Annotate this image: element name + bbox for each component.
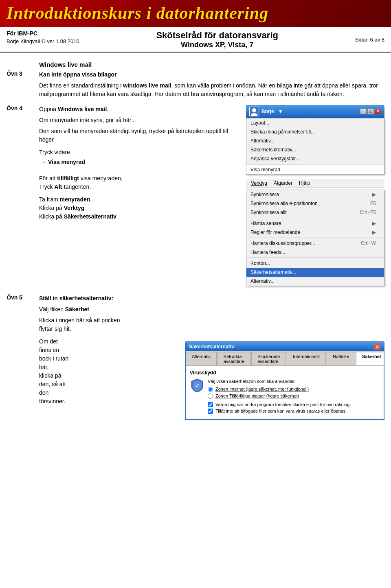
minimize-button-1[interactable]: _: [360, 109, 367, 114]
checkbox-varna-label: Varna mig när andra program försöker ski…: [215, 402, 351, 407]
tab-betrodda[interactable]: Betrodda avsändare: [217, 352, 250, 365]
exercise-4-text-col: Öppna Windows live mail. Om menyraden in…: [39, 105, 239, 223]
radio-tillforlitliga[interactable]: [208, 393, 213, 399]
sub-title: Windows XP, Vista, 7: [79, 41, 355, 49]
dialog-screenshot: Säkerhetsalternativ ✕ Alternativ Betrodd…: [185, 341, 384, 420]
menu-item-synkronisera-allt[interactable]: Synkronisera allt Ctrl+F5: [246, 208, 384, 217]
exercise-4-content: Öppna Windows live mail. Om menyraden in…: [39, 105, 384, 290]
menubar-hjalp[interactable]: Hjälp: [296, 179, 313, 187]
exercise-4-para2: Den som vill ha menyraden ständigt synli…: [39, 127, 239, 144]
tab-blockerade[interactable]: Blockerade avsändare: [251, 352, 286, 365]
exercise-3-subtitle: Kan inte öppna vissa bilagor: [39, 70, 384, 79]
menubar-verktyg[interactable]: Verktyg: [248, 179, 270, 187]
context-menu-1-username: Borje: [261, 109, 274, 114]
menu-item-synkronisera[interactable]: Synkronisera ▶: [246, 190, 384, 199]
dialog-section-title: Virusskydd: [190, 370, 380, 376]
menubar-atgarder[interactable]: Åtgärder: [270, 179, 296, 187]
menu-separator-1: [246, 164, 384, 164]
exercise-4-title: Öppna Windows live mail.: [39, 105, 239, 114]
context-menu-1-user: Borje ▼: [249, 107, 283, 116]
svg-text:✓: ✓: [195, 383, 200, 389]
context-menu-2-container: Verktyg Åtgärder Hjälp Synkronisera ▶ Sy…: [246, 179, 384, 286]
arrow-synkronisera: ▶: [372, 192, 376, 197]
exercise-5-two-col: Om det finns en bock i rutan här, klicka…: [39, 337, 384, 420]
menu-item-anpassa[interactable]: Anpassa verktygsfält...: [246, 154, 384, 163]
checkbox-item-2: Tillåt inte att bifogade filer som kan v…: [208, 409, 351, 414]
arrow-regler: ▶: [372, 230, 376, 235]
section-title-windows-live-mail: Windows live mail: [39, 61, 384, 68]
checkbox-varna[interactable]: [208, 402, 213, 407]
menu-separator-4: [246, 258, 384, 258]
sub-header-center: Skötselråd för datoransvarig Windows XP,…: [79, 30, 355, 49]
exercise-4-two-col: Öppna Windows live mail. Om menyraden in…: [39, 105, 384, 290]
radio-internet-label: Zonen Internet (lägre säkerhet, mer funk…: [215, 387, 309, 391]
dialog-titlebar: Säkerhetsalternativ ✕: [186, 342, 384, 351]
user-icon: [249, 107, 259, 116]
exercise-3-label: Övn 3: [7, 70, 39, 101]
menu-separator-2: [246, 218, 384, 218]
verktyg-menu: Synkronisera ▶ Synkronisera alla e-postk…: [246, 190, 384, 286]
menu-item-sakerhetsalternativ[interactable]: Säkerhetsalternativ...: [246, 145, 384, 154]
menu-item-visa-menyrad[interactable]: Visa menyrad: [246, 165, 384, 174]
tab-internationellt[interactable]: Internationellt: [287, 352, 326, 365]
arrow-hamta: ▶: [372, 221, 376, 226]
exercise-5-title: Ställ in säkerhetsalternativ:: [39, 294, 384, 303]
visa-menyrad-label: Visa menyrad: [48, 158, 85, 166]
exercise-4-para1: Om menyraden inte syns, gör så här:.: [39, 116, 239, 125]
menu-item-diskussion[interactable]: Hantera diskussionsgrupper... Ctrl+W: [246, 239, 384, 248]
checkbox-item-1: Varna mig när andra program försöker ski…: [208, 402, 351, 407]
dialog-tabs: Alternativ Betrodda avsändare Blockerade…: [186, 351, 384, 366]
checkbox-tillat-inte-label: Tillåt inte att bifogade filer som kan v…: [215, 409, 347, 413]
exercise-4-image-col: Borje ▼ _ □ ✕ Layout...: [246, 105, 384, 290]
menu-separator-3: [246, 238, 384, 238]
svg-point-1: [252, 108, 256, 112]
zone-label: Välj vilken säkerhetszon som ska använda…: [208, 378, 351, 385]
tab-alternativ[interactable]: Alternativ: [186, 352, 217, 365]
exercise-5-content: Ställ in säkerhetsalternativ: Välj flike…: [39, 294, 384, 420]
shortcut-ctrlf5: Ctrl+F5: [360, 210, 376, 215]
shortcut-f5: F5: [370, 201, 376, 206]
menu-item-konton[interactable]: Konton...: [246, 259, 384, 268]
verktyg-menubar: Verktyg Åtgärder Hjälp: [246, 179, 384, 188]
checkbox-tillat-inte[interactable]: [208, 409, 213, 414]
radio-item-1: Zonen Internet (lägre säkerhet, mer funk…: [208, 387, 351, 392]
menu-item-regler[interactable]: Regler för meddelande ▶: [246, 228, 384, 237]
exercise-3-content: Kan inte öppna vissa bilagor Det finns e…: [39, 70, 384, 101]
menu-item-alternativ-2[interactable]: Alternativ...: [246, 277, 384, 286]
close-button-1[interactable]: ✕: [375, 109, 381, 114]
radio-item-2: Zonen Tillförlitliga platser (högre säke…: [208, 393, 351, 399]
context-menu-1-titlebar: Borje ▼ _ □ ✕: [246, 105, 384, 118]
menu-item-sakerhetsalternativ-2[interactable]: Säkerhetsalternativ...: [246, 268, 384, 277]
menu-item-synkronisera-alla[interactable]: Synkronisera alla e-postkonton F5: [246, 199, 384, 208]
banner-title: Introduktionskurs i datorhantering: [7, 3, 384, 23]
exercise-4-row: Övn 4 Öppna Windows live mail. Om menyra…: [7, 105, 384, 290]
menu-item-hamta[interactable]: Hämta senare ▶: [246, 219, 384, 228]
exercise-3-para1: Det finns en standardinställning i windo…: [39, 81, 384, 98]
menu-item-feeds[interactable]: Hantera feeds...: [246, 248, 384, 257]
main-title: Skötselråd för datoransvarig: [79, 30, 355, 41]
exercise-5-text-col: Om det finns en bock i rutan här, klicka…: [39, 337, 178, 408]
page-info: Sidan 6 av 8: [355, 37, 384, 43]
context-menu-1: Layout... Skicka mina påminnelser till..…: [246, 118, 384, 175]
maximize-button-1[interactable]: □: [367, 109, 374, 114]
exercise-4-para4: För att tillfälligt visa menyraden, Tryc…: [39, 174, 239, 191]
menu-item-alternativ[interactable]: Alternativ...: [246, 136, 384, 145]
main-content: Windows live mail Övn 3 Kan inte öppna v…: [0, 53, 391, 428]
exercise-5-para3: Om det finns en bock i rutan här, klicka…: [39, 337, 178, 406]
sub-header-left: För IBM-PC Börje Klingvall © ver 1.08 20…: [7, 30, 79, 44]
exercise-5-para2: Klicka i ringen här så att pricken flytt…: [39, 316, 384, 333]
tab-sakerhet[interactable]: Säkerhet: [356, 352, 384, 365]
menu-item-skicka[interactable]: Skicka mina påminnelser till...: [246, 127, 384, 136]
radio-internet[interactable]: [208, 387, 213, 392]
radio-group: Zonen Internet (lägre säkerhet, mer funk…: [208, 387, 351, 399]
tab-natfiske[interactable]: Nätfiske: [327, 352, 355, 365]
exercise-3-row: Övn 3 Kan inte öppna vissa bilagor Det f…: [7, 70, 384, 101]
shortcut-ctrlw: Ctrl+W: [361, 240, 376, 246]
exercise-5-label: Övn 5: [7, 294, 39, 420]
radio-tillforlitliga-label: Zonen Tillförlitliga platser (högre säke…: [215, 393, 299, 398]
menu-item-layout[interactable]: Layout...: [246, 118, 384, 127]
exercise-5-para1: Välj fliken Säkerhet: [39, 305, 384, 314]
header-banner: Introduktionskurs i datorhantering: [0, 0, 391, 27]
dialog-close-button[interactable]: ✕: [374, 343, 380, 350]
dialog-icon-row: ✓ Välj vilken säkerhetszon som ska använ…: [190, 378, 380, 415]
